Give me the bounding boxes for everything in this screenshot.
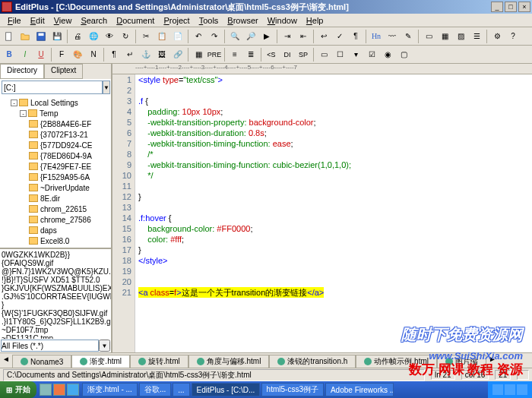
para-button[interactable]: ¶ bbox=[106, 47, 122, 62]
file-item[interactable]: ~DF1131C.tmp bbox=[2, 334, 109, 339]
code-line[interactable]: </style> bbox=[138, 255, 532, 266]
file-filter-input[interactable] bbox=[1, 340, 99, 352]
taskbar-button[interactable]: html5-css3例子 bbox=[261, 383, 324, 396]
menu-file[interactable]: File bbox=[3, 15, 26, 26]
tree-item[interactable]: Excel8.0 bbox=[2, 235, 109, 246]
tray-icon[interactable] bbox=[505, 384, 515, 395]
textarea-button[interactable]: ▢ bbox=[396, 47, 411, 62]
paste-button[interactable]: 📄 bbox=[170, 29, 185, 44]
code-line[interactable]: } bbox=[138, 245, 532, 255]
code-line[interactable]: .f:hover { bbox=[138, 213, 532, 223]
underline-button[interactable]: U bbox=[33, 47, 49, 62]
menu-tools[interactable]: Tools bbox=[195, 15, 223, 26]
code-line[interactable]: padding: 10px 10px; bbox=[138, 106, 532, 117]
cliptext-tab[interactable]: Cliptext bbox=[44, 64, 83, 79]
table-button[interactable]: ▦ bbox=[191, 47, 206, 62]
marker-button[interactable]: ✎ bbox=[401, 29, 416, 44]
new-file-button[interactable] bbox=[2, 29, 17, 44]
menu-edit[interactable]: Edit bbox=[26, 15, 49, 26]
tree-item[interactable]: {F1529A95-6A bbox=[2, 172, 109, 182]
open-button[interactable] bbox=[17, 29, 33, 44]
tree-item[interactable]: {78ED86D4-9A bbox=[2, 150, 109, 161]
tree-item[interactable]: ~DriverUpdate bbox=[2, 182, 109, 193]
save-button[interactable] bbox=[33, 29, 49, 44]
tree-item[interactable]: {37072F13-21 bbox=[2, 129, 109, 140]
center-button[interactable]: PRE bbox=[207, 47, 222, 62]
menu-view[interactable]: View bbox=[49, 15, 77, 26]
file-item[interactable]: .GJ%S'10CORRTASEEV{IUGWM.gif bbox=[2, 292, 109, 301]
maximize-button[interactable]: □ bbox=[505, 2, 517, 12]
browser-button[interactable]: 🌐 bbox=[86, 29, 101, 44]
input-button[interactable]: ☐ bbox=[332, 47, 347, 62]
list-button[interactable]: ☰ bbox=[469, 29, 484, 44]
tree-item[interactable]: chrome_27586 bbox=[2, 214, 109, 225]
tab-scroll-left[interactable]: ◄ bbox=[0, 353, 12, 368]
file-list[interactable]: 0WGZKK1WKD2B}}{OFAIQS9W.gif@}FN.7}1WK2V3… bbox=[0, 248, 111, 339]
help-button[interactable]: ? bbox=[505, 29, 521, 44]
file-item[interactable]: }{W{S}'1FUGKF3QB0}SIJFW.gif bbox=[2, 301, 109, 317]
whitespace-button[interactable]: ¶ bbox=[348, 29, 363, 44]
tree-item[interactable]: daps bbox=[2, 225, 109, 235]
code-line[interactable]: -webkit-transition-timing-function: cubi… bbox=[138, 160, 532, 170]
doc-tab[interactable]: 旋转.html bbox=[130, 355, 188, 368]
code-line[interactable] bbox=[138, 276, 532, 287]
quicklaunch-icon[interactable] bbox=[40, 384, 52, 396]
code-line[interactable] bbox=[138, 202, 532, 213]
taskbar-button[interactable]: Adobe Fireworks ... bbox=[325, 383, 394, 396]
image-button[interactable]: 🖼 bbox=[154, 47, 169, 62]
tile-button[interactable]: ▦ bbox=[437, 29, 452, 44]
code-line[interactable]: <a class=f>这是一个关于transition的渐变链接</a> bbox=[138, 287, 532, 298]
copy-button[interactable]: 📋 bbox=[154, 29, 169, 44]
center-align-button[interactable]: ≣ bbox=[243, 47, 258, 62]
cut-button[interactable]: ✂ bbox=[138, 29, 154, 44]
file-item[interactable]: }GKJVU{KF(WSZMABUULIS)EX..jpg bbox=[2, 284, 109, 292]
menu-help[interactable]: Help bbox=[302, 15, 328, 26]
tree-item[interactable]: -Temp bbox=[2, 108, 109, 118]
tree-item[interactable]: 8E.dir bbox=[2, 193, 109, 204]
code-line[interactable] bbox=[138, 181, 532, 191]
doc-tab[interactable]: 渐变.html bbox=[71, 355, 130, 368]
code-line[interactable]: */ bbox=[138, 170, 532, 181]
tree-item[interactable]: {7E429FE7-EE bbox=[2, 161, 109, 172]
taskbar-button[interactable]: EditPlus - [C:\D... bbox=[192, 383, 260, 396]
tray-icon[interactable] bbox=[492, 384, 503, 395]
select-button[interactable]: ▾ bbox=[348, 47, 363, 62]
menu-window[interactable]: Window bbox=[263, 15, 302, 26]
tree-item[interactable]: chrom_22615 bbox=[2, 204, 109, 214]
menu-project[interactable]: Project bbox=[159, 15, 194, 26]
wordwrap-button[interactable]: ↩ bbox=[316, 29, 331, 44]
italic-button[interactable]: I bbox=[17, 47, 33, 62]
window-button[interactable]: ▭ bbox=[421, 29, 436, 44]
left-align-button[interactable]: ≡ bbox=[227, 47, 242, 62]
settings-button[interactable]: ⚙ bbox=[489, 29, 505, 44]
code-line[interactable]: } bbox=[138, 191, 532, 202]
doc-tab[interactable]: 角度与偏移.html bbox=[188, 355, 270, 368]
link-button[interactable]: 🔗 bbox=[170, 47, 185, 62]
break-button[interactable]: ↵ bbox=[122, 47, 138, 62]
find-button[interactable]: 🔍 bbox=[227, 29, 242, 44]
code-line[interactable] bbox=[138, 266, 532, 276]
h1-button[interactable]: Hn bbox=[369, 29, 384, 44]
code-line[interactable]: -webkit-transition-timing-function: ease… bbox=[138, 138, 532, 149]
menu-document[interactable]: Document bbox=[112, 15, 159, 26]
spell-button[interactable]: ✓ bbox=[332, 29, 347, 44]
quicklaunch-icon[interactable] bbox=[53, 384, 65, 396]
minimize-button[interactable]: _ bbox=[491, 2, 503, 12]
refresh-button[interactable]: ↻ bbox=[118, 29, 133, 44]
ruler-button[interactable]: 〰 bbox=[385, 29, 400, 44]
code-line[interactable]: color: #fff; bbox=[138, 234, 532, 245]
print-button[interactable]: 🖨 bbox=[70, 29, 85, 44]
file-item[interactable]: @}FN.7}1WK2V3WQ@K5}KZU.0 bbox=[2, 267, 109, 276]
doc-tab[interactable]: 漆锐的transition.h bbox=[269, 355, 356, 368]
outdent-button[interactable]: ⇤ bbox=[296, 29, 311, 44]
file-item[interactable]: .}I1TY80S_6}QJ2SF}LL1K2B9.gif bbox=[2, 317, 109, 326]
font-button[interactable]: F bbox=[54, 47, 69, 62]
cascade-button[interactable]: ▨ bbox=[453, 29, 468, 44]
code-line[interactable]: /* bbox=[138, 149, 532, 160]
quicklaunch-icon[interactable] bbox=[67, 384, 79, 396]
tree-item[interactable]: {577DD924-CE bbox=[2, 140, 109, 150]
tray-icon[interactable] bbox=[517, 384, 527, 395]
bold-button[interactable]: B bbox=[2, 47, 17, 62]
tree-item[interactable]: -Local Settings bbox=[2, 97, 109, 108]
code-line[interactable]: .f { bbox=[138, 96, 532, 106]
